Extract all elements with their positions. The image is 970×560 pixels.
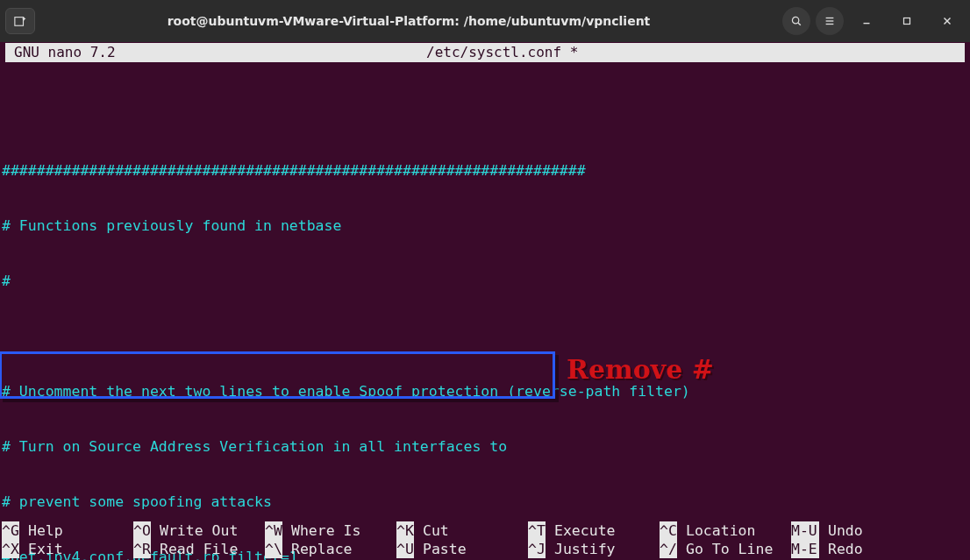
close-icon xyxy=(941,15,953,27)
shortcut-key: M-U xyxy=(791,521,819,540)
search-icon xyxy=(790,15,802,27)
close-button[interactable] xyxy=(930,8,965,34)
shortcut-label: Undo xyxy=(819,521,863,540)
shortcut-label: Redo xyxy=(819,540,863,558)
shortcut-label: Justify xyxy=(546,540,616,558)
shortcut-key: ^X xyxy=(2,540,19,558)
shortcut-label: Location xyxy=(677,521,755,540)
shortcut-row-1: ^GHelp ^OWrite Out ^WWhere Is ^KCut ^TEx… xyxy=(2,521,968,540)
shortcut-bar: ^GHelp ^OWrite Out ^WWhere Is ^KCut ^TEx… xyxy=(0,521,970,560)
window-titlebar: root@ubuntuvm-VMware-Virtual-Platform: /… xyxy=(0,0,970,42)
search-button[interactable] xyxy=(782,7,810,35)
shortcut-key: ^R xyxy=(133,540,151,558)
minimize-icon xyxy=(860,15,873,27)
line: # prevent some spoofing attacks xyxy=(2,493,968,511)
line: # xyxy=(2,272,968,290)
svg-rect-9 xyxy=(904,18,910,25)
shortcut-key: ^O xyxy=(133,521,151,540)
shortcut-key: ^K xyxy=(396,521,414,540)
maximize-icon xyxy=(901,15,913,27)
shortcut-row-2: ^XExit ^RRead File ^\Replace ^UPaste ^JJ… xyxy=(2,540,968,558)
shortcut-key: ^\ xyxy=(265,540,282,558)
shortcut-key: M-E xyxy=(791,540,819,558)
line: # Turn on Source Address Verification in… xyxy=(2,437,968,456)
new-tab-button[interactable] xyxy=(5,8,35,34)
shortcut-key: ^U xyxy=(396,540,414,558)
shortcut-key: ^T xyxy=(528,521,546,540)
minimize-button[interactable] xyxy=(849,8,884,34)
line: # Functions previously found in netbase xyxy=(2,216,968,235)
shortcut-label: Write Out xyxy=(151,521,238,540)
nano-header: GNU nano 7.2 /etc/sysctl.conf * xyxy=(5,43,965,62)
window-title: root@ubuntuvm-VMware-Virtual-Platform: /… xyxy=(35,14,782,28)
line xyxy=(2,327,968,345)
hamburger-menu-button[interactable] xyxy=(816,7,844,35)
maximize-button[interactable] xyxy=(889,8,924,34)
shortcut-label: Go To Line xyxy=(677,540,773,558)
nano-file-name: /etc/sysctl.conf * xyxy=(426,43,578,62)
svg-line-4 xyxy=(798,23,801,25)
svg-point-3 xyxy=(792,17,798,23)
line: ########################################… xyxy=(2,161,968,180)
shortcut-key: ^G xyxy=(2,521,19,540)
shortcut-key: ^W xyxy=(265,521,282,540)
shortcut-key: ^J xyxy=(528,540,546,558)
shortcut-label: Cut xyxy=(414,521,449,540)
shortcut-label: Execute xyxy=(546,521,616,540)
shortcut-label: Where Is xyxy=(282,521,360,540)
nano-app-name: GNU nano 7.2 xyxy=(14,43,426,62)
svg-rect-0 xyxy=(15,18,24,26)
annotation-text: Remove # xyxy=(567,360,714,379)
shortcut-label: Exit xyxy=(19,540,63,558)
new-tab-icon xyxy=(14,15,26,27)
line xyxy=(2,106,968,124)
shortcut-key: ^/ xyxy=(660,540,677,558)
hamburger-icon xyxy=(824,15,836,27)
editor-area[interactable]: ########################################… xyxy=(0,62,970,560)
shortcut-label: Replace xyxy=(282,540,353,558)
shortcut-key: ^C xyxy=(660,521,677,540)
shortcut-label: Read File xyxy=(151,540,238,558)
line: # Uncomment the next two lines to enable… xyxy=(2,382,968,401)
shortcut-label: Paste xyxy=(414,540,467,558)
shortcut-label: Help xyxy=(19,521,63,540)
